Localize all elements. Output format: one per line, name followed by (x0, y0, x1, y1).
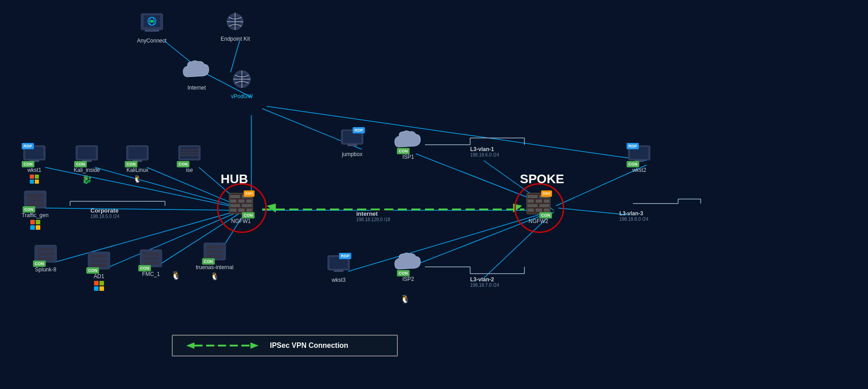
svg-marker-140 (250, 342, 259, 349)
svg-rect-76 (180, 149, 198, 151)
kalilinux-label: KaliLinux (127, 167, 149, 173)
endpoint-kit-icon (223, 13, 247, 34)
splunk8-node: CON Splunk-8 (34, 244, 57, 273)
ngfw1-icon: SSH CON (228, 192, 254, 217)
svg-rect-120 (91, 255, 107, 258)
svg-rect-92 (246, 199, 252, 203)
ad1-node: CON AD1 (87, 251, 111, 291)
svg-rect-96 (238, 209, 245, 212)
corporate-segment: Corporate 198.18.5.0 /24 (90, 206, 119, 219)
svg-rect-91 (238, 199, 245, 203)
svg-rect-97 (246, 209, 252, 212)
legend-box: IPSec VPN Connection (172, 335, 398, 356)
l3-vlan-3-segment: L3-vlan-3 198.18.8.0 /24 (619, 209, 648, 222)
svg-rect-83 (30, 220, 35, 224)
wkst1-con-badge: CON (22, 161, 34, 167)
svg-rect-72 (128, 147, 146, 159)
svg-rect-132 (207, 246, 223, 249)
jumpbox-node: RDP jumpbox (340, 129, 364, 157)
isp2-node: CON ISP2 (393, 251, 423, 282)
svg-rect-134 (207, 255, 223, 258)
svg-rect-81 (27, 198, 43, 202)
svg-rect-122 (91, 264, 107, 267)
isp2-con-badge: CON (397, 270, 410, 276)
internet-node: Internet (181, 59, 212, 91)
wkst2-label: wkst2 (632, 167, 646, 173)
jumpbox-label: jumpbox (342, 151, 362, 157)
svg-rect-121 (91, 259, 107, 262)
wkst1-rdp-badge: RDP (22, 143, 34, 149)
jumpbox-rdp-badge: RDP (353, 127, 365, 133)
wkst2-rdp-badge: RDP (627, 143, 639, 149)
linux-icon-2: 🐧 (400, 294, 410, 304)
traffic-gen-con-badge: CON (23, 206, 35, 213)
svg-rect-78 (180, 154, 198, 156)
svg-rect-77 (180, 152, 198, 153)
spoke-label: SPOKE (520, 172, 564, 186)
svg-marker-138 (186, 342, 194, 349)
splunk8-con-badge: CON (33, 261, 46, 267)
hub-label: HUB (221, 172, 248, 186)
svg-rect-93 (230, 204, 240, 207)
svg-rect-0 (0, 0, 868, 389)
svg-rect-94 (242, 204, 252, 207)
svg-rect-125 (94, 286, 99, 291)
svg-rect-66 (30, 180, 34, 184)
truenas-label: truenas-internal (196, 264, 233, 270)
svg-rect-105 (536, 199, 542, 203)
wkst3-node: RDP wkst3 (327, 255, 350, 283)
fmc1-icon: CON (139, 249, 163, 270)
ise-icon: CON (178, 145, 201, 166)
svg-rect-123 (94, 281, 99, 285)
svg-rect-85 (30, 225, 35, 230)
ad1-label: AD1 (94, 273, 104, 280)
isp1-label: ISP1 (402, 154, 414, 160)
wkst1-icon: RDP CON (23, 145, 46, 166)
wkst1-node: RDP CON wkst1 (23, 145, 46, 184)
svg-rect-84 (36, 220, 40, 224)
anyconnect-label: AnyConnect (137, 38, 166, 44)
svg-rect-49 (145, 30, 159, 32)
wkst2-node: RDP CON wkst2 (627, 145, 651, 173)
truenas-node: CON truenas-internal 🐧 (196, 242, 233, 280)
svg-rect-133 (207, 250, 223, 253)
splunk8-icon: CON (34, 244, 57, 265)
wkst2-icon: RDP CON (627, 145, 651, 166)
internet-label: Internet (188, 85, 206, 91)
anyconnect-icon (140, 13, 164, 36)
l3-vlan-1-segment: L3-vlan-1 198.18.6.0 /24 (470, 145, 499, 157)
svg-rect-118 (38, 257, 54, 260)
svg-rect-130 (143, 261, 159, 265)
svg-rect-80 (27, 194, 43, 197)
svg-rect-102 (528, 195, 538, 198)
traffic-gen-node: CON Traffic_gen (22, 190, 48, 230)
vpodgw-node: vPodGW (230, 70, 254, 100)
ngfw2-node: SSH CON NGFW2 (526, 192, 551, 224)
ise-node: CON ise (178, 145, 201, 173)
wkst3-rdp-badge: RDP (339, 253, 351, 259)
kali-inside-node: CON Kali_inside 🐉 (74, 145, 100, 185)
svg-point-48 (151, 20, 153, 23)
kali-inside-icon: CON (75, 145, 99, 166)
legend-label: IPSec VPN Connection (270, 342, 348, 350)
isp1-node: CON ISP1 (393, 129, 423, 160)
ise-con-badge: CON (177, 161, 189, 167)
kali-inside-label: Kali_inside (74, 167, 100, 173)
ngfw1-con-badge: CON (242, 212, 255, 218)
svg-rect-106 (544, 199, 549, 203)
traffic-gen-label: Traffic_gen (22, 212, 48, 218)
internet-segment: internet 198.18.128.0 /18 (356, 209, 390, 222)
isp1-con-badge: CON (397, 148, 410, 154)
wkst2-con-badge: CON (627, 161, 639, 167)
endpoint-kit-node: Endpoint Kit (221, 13, 250, 42)
truenas-con-badge: CON (202, 258, 215, 265)
isp2-label: ISP2 (402, 276, 414, 282)
svg-rect-109 (528, 209, 534, 212)
svg-rect-116 (38, 248, 54, 251)
svg-rect-107 (528, 204, 538, 207)
ngfw2-ssh-badge: SSH (541, 190, 552, 197)
svg-rect-110 (536, 209, 542, 212)
l3-vlan-2-segment: L3-vlan-2 198.18.7.0 /24 (470, 275, 499, 288)
ad1-con-badge: CON (86, 267, 99, 274)
svg-rect-104 (528, 199, 534, 203)
